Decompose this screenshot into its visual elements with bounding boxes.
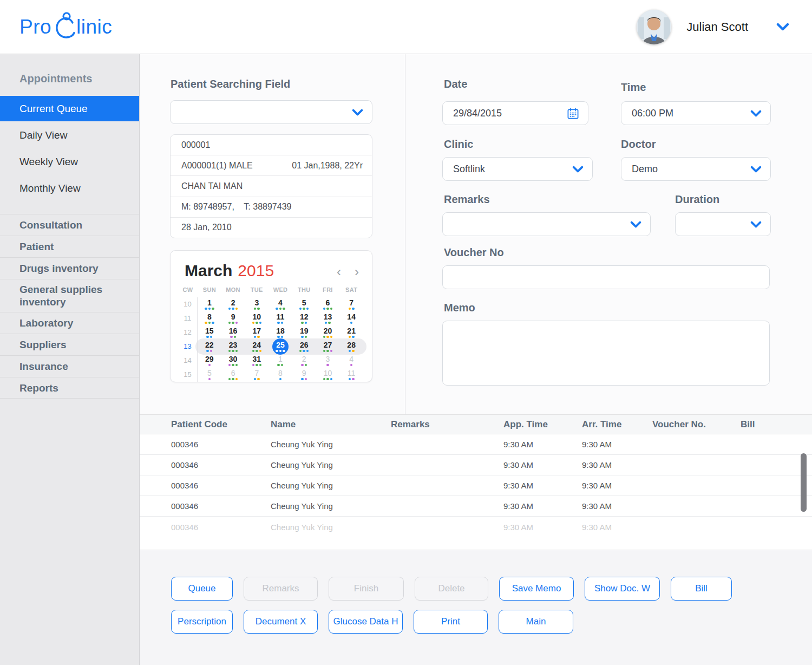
calendar-day[interactable]: 18	[269, 327, 292, 338]
event-dot	[299, 308, 302, 310]
bill-button[interactable]: Bill	[671, 577, 732, 601]
calendar-day[interactable]: 9	[221, 313, 245, 324]
calendar-day[interactable]: 14	[339, 313, 363, 324]
perscription-button[interactable]: Perscription	[171, 610, 233, 634]
sidebar-item-reports[interactable]: Reports	[0, 377, 139, 399]
event-dot	[330, 378, 333, 381]
table-scrollbar[interactable]	[801, 453, 807, 512]
calendar-day[interactable]: 24	[245, 341, 269, 353]
calendar-day[interactable]: 15	[198, 327, 221, 338]
calendar-day[interactable]: 22	[198, 341, 221, 353]
table-row[interactable]: 000346Cheung Yuk Ying9:30 AM9:30 AM	[140, 475, 812, 496]
clinic-select[interactable]: Softlink	[442, 157, 593, 181]
date-picker-field[interactable]: 29/84/2015	[442, 101, 588, 125]
calendar-day[interactable]: 3	[245, 299, 269, 310]
calendar-day[interactable]: 7	[339, 299, 363, 310]
calendar-day[interactable]: 1	[198, 299, 221, 310]
sidebar-item-current-queue[interactable]: Current Queue	[0, 96, 139, 121]
main-button[interactable]: Main	[499, 610, 573, 634]
calendar-day[interactable]: 27	[316, 341, 340, 353]
calendar-day[interactable]: 4	[339, 355, 363, 367]
calendar-day-dots	[325, 322, 331, 324]
sidebar-item-insurance[interactable]: Insurance	[0, 355, 139, 377]
calendar-day-number: 28	[347, 341, 356, 349]
calendar-day[interactable]: 1	[269, 355, 292, 367]
calendar-day[interactable]: 21	[339, 327, 363, 338]
sidebar-item-monthly-view[interactable]: Monthly View	[0, 175, 139, 201]
table-row[interactable]: 000346Cheung Yuk Ying9:30 AM9:30 AM	[140, 434, 812, 455]
decument-x-button[interactable]: Decument X	[244, 610, 318, 634]
calendar-day[interactable]: 4	[269, 299, 292, 310]
table-row[interactable]: 000346Cheung Yuk Ying9:30 AM9:30 AM	[140, 517, 812, 537]
calendar-day-number: 8	[278, 369, 283, 377]
voucher-input[interactable]	[442, 265, 770, 289]
sidebar-item-drugs-inventory[interactable]: Drugs inventory	[0, 257, 139, 279]
calendar-day-number: 7	[254, 369, 259, 377]
calendar-day[interactable]: 6	[316, 299, 340, 310]
calendar-day[interactable]: 2	[221, 299, 245, 310]
calendar-day[interactable]: 28	[339, 341, 363, 353]
duration-select[interactable]	[675, 212, 771, 236]
calendar-day-dots	[277, 364, 283, 367]
calendar-next-icon[interactable]: ›	[355, 265, 359, 278]
calendar-day[interactable]: 30	[221, 355, 245, 367]
calendar-day[interactable]: 7	[245, 369, 269, 381]
calendar-day[interactable]: 10	[316, 369, 340, 381]
sidebar-item-patient[interactable]: Patient	[0, 236, 139, 257]
calendar-day-dots	[279, 378, 282, 381]
calendar-day-number: 7	[349, 299, 353, 307]
calendar-day[interactable]: 10	[245, 313, 269, 324]
print-button[interactable]: Print	[414, 610, 488, 634]
time-select[interactable]: 06:00 PM	[621, 101, 771, 125]
memo-textarea[interactable]	[442, 321, 770, 386]
calendar-day[interactable]: 31	[245, 355, 269, 367]
calendar-day[interactable]: 6	[221, 369, 245, 381]
calendar-day[interactable]: 3	[316, 355, 340, 367]
calendar-day[interactable]: 8	[198, 313, 221, 324]
calendar-day[interactable]: 26	[292, 341, 316, 353]
calendar-day[interactable]: 29	[198, 355, 221, 367]
calendar-day[interactable]: 20	[316, 327, 340, 338]
save-memo-button[interactable]: Save Memo	[499, 577, 574, 601]
glucose-data-h-button[interactable]: Glucose Data H	[329, 610, 403, 634]
remarks-button[interactable]: Remarks	[244, 577, 318, 601]
calendar-day[interactable]: 16	[221, 327, 245, 338]
patient-phones: M: 89748957, T: 38897439	[181, 202, 291, 212]
table-row[interactable]: 000346Cheung Yuk Ying9:30 AM9:30 AM	[140, 455, 812, 475]
show-doc-w-button[interactable]: Show Doc. W	[585, 577, 660, 601]
table-row[interactable]: 000346Cheung Yuk Ying9:30 AM9:30 AM	[140, 496, 812, 517]
calendar-prev-icon[interactable]: ‹	[337, 265, 341, 278]
delete-button[interactable]: Delete	[415, 577, 488, 601]
calendar-day[interactable]: 8	[269, 369, 292, 381]
sidebar-item-general-supplies-inventory[interactable]: General supplies inventory	[0, 279, 139, 312]
calendar-day[interactable]: 19	[292, 327, 316, 338]
calendar-day[interactable]: 13	[316, 313, 340, 324]
user-menu[interactable]: Julian Scott	[637, 10, 789, 44]
calendar-day-selected[interactable]: 25	[269, 341, 292, 353]
calendar-day[interactable]: 2	[292, 355, 316, 367]
finish-button[interactable]: Finish	[329, 577, 404, 601]
calendar-day[interactable]: 11	[339, 369, 363, 381]
calendar-day[interactable]: 23	[221, 341, 245, 353]
calendar-day[interactable]: 5	[198, 369, 221, 381]
sidebar-item-daily-view[interactable]: Daily View	[0, 122, 139, 148]
calendar-day[interactable]: 11	[269, 313, 292, 324]
sidebar-item-weekly-view[interactable]: Weekly View	[0, 149, 139, 174]
remarks-select[interactable]	[442, 212, 651, 236]
patient-search-select[interactable]	[170, 100, 372, 124]
calendar-day-dots	[349, 350, 355, 353]
cell-arr-time: 9:30 AM	[582, 501, 652, 511]
queue-button[interactable]: Queue	[171, 577, 233, 601]
calendar-day[interactable]: 5	[292, 299, 316, 310]
event-dot	[256, 350, 258, 353]
sidebar-item-laboratory[interactable]: Laboratory	[0, 312, 139, 334]
sidebar-item-consultation[interactable]: Consultation	[0, 214, 139, 236]
sidebar-item-suppliers[interactable]: Suppliers	[0, 334, 139, 355]
doctor-select[interactable]: Demo	[621, 157, 771, 181]
calendar-day[interactable]: 17	[245, 327, 269, 338]
calendar-day[interactable]: 12	[292, 313, 316, 324]
calendar-day-dots	[254, 378, 260, 381]
event-dot	[208, 322, 211, 324]
calendar-day[interactable]: 9	[292, 369, 316, 381]
event-dot	[326, 350, 329, 353]
